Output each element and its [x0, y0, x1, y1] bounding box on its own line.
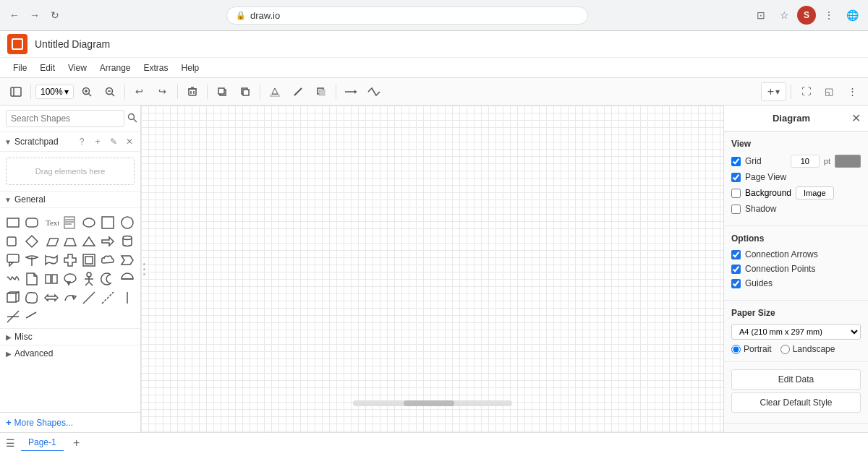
to-front-button[interactable]	[212, 82, 232, 101]
scratchpad-add-button[interactable]: +	[91, 135, 104, 148]
shape-square[interactable]	[99, 214, 116, 231]
shape-note[interactable]	[61, 214, 79, 231]
right-panel-close-button[interactable]: ✕	[851, 111, 861, 125]
shape-rounded-square[interactable]	[4, 233, 22, 250]
shape-actor[interactable]	[80, 270, 98, 288]
connection-arrows-checkbox[interactable]	[731, 250, 741, 259]
image-button[interactable]: Image	[796, 186, 834, 199]
general-header[interactable]: ▼ General	[0, 192, 140, 208]
clear-default-style-button[interactable]: Clear Default Style	[731, 392, 861, 413]
shape-line-45[interactable]	[80, 289, 98, 306]
shape-half-circle[interactable]	[119, 270, 136, 288]
portrait-radio[interactable]	[731, 345, 741, 354]
add-button[interactable]: + ▾	[761, 82, 786, 101]
landscape-radio[interactable]	[780, 345, 790, 354]
shape-horizontal-line[interactable]	[23, 308, 41, 325]
address-bar[interactable]: 🔒 draw.io	[226, 7, 588, 25]
search-button[interactable]	[127, 110, 137, 127]
add-page-button[interactable]: +	[69, 436, 84, 450]
cast-button[interactable]: ⊡	[751, 5, 771, 25]
shape-speech-bubble[interactable]	[61, 270, 79, 288]
shape-hbox[interactable]	[43, 270, 60, 288]
menu-file[interactable]: File	[7, 61, 33, 75]
canvas-area[interactable]	[141, 106, 723, 432]
delete-button[interactable]	[182, 82, 203, 101]
shape-right-arrow[interactable]	[99, 233, 116, 250]
shape-vertical-line[interactable]	[119, 289, 136, 306]
shape-triangle[interactable]	[80, 233, 98, 250]
shape-double-arrow[interactable]	[43, 289, 60, 306]
user-avatar[interactable]: S	[797, 6, 816, 25]
shape-parallelogram[interactable]	[43, 233, 60, 250]
shape-ellipse[interactable]	[80, 214, 98, 231]
shadow-button[interactable]	[311, 82, 331, 101]
misc-section-header[interactable]: ▶ Misc	[0, 328, 140, 345]
resize-handle[interactable]	[141, 106, 147, 432]
forward-button[interactable]: →	[26, 7, 43, 24]
back-button[interactable]: ←	[6, 7, 23, 24]
fullscreen-button[interactable]: ⛶	[796, 82, 816, 101]
shape-page[interactable]	[23, 270, 41, 288]
page-view-checkbox[interactable]	[731, 173, 741, 182]
panel-toggle-button[interactable]	[6, 82, 26, 101]
shape-cross[interactable]	[61, 252, 79, 269]
page-tab[interactable]: Page-1	[21, 434, 64, 452]
shape-diamond[interactable]	[23, 233, 41, 250]
grid-checkbox[interactable]	[731, 157, 741, 166]
shape-banner[interactable]	[23, 252, 41, 269]
reload-button[interactable]: ↻	[46, 7, 64, 24]
landscape-label[interactable]: Landscape	[780, 344, 835, 354]
scratchpad-header[interactable]: ▼ Scratchpad ? + ✎ ✕	[0, 132, 140, 152]
zoom-out-button[interactable]	[100, 82, 120, 101]
bookmark-button[interactable]: ☆	[774, 5, 794, 25]
h-scrollbar[interactable]	[353, 400, 512, 406]
shape-squiggle[interactable]	[4, 270, 22, 288]
shape-trapezoid[interactable]	[61, 233, 79, 250]
edit-data-button[interactable]: Edit Data	[731, 369, 861, 390]
redo-button[interactable]: ↪	[153, 82, 173, 101]
shape-rectangle[interactable]	[4, 214, 22, 231]
line-color-button[interactable]	[288, 82, 308, 101]
zoom-control[interactable]: 100% ▾	[35, 85, 74, 99]
zoom-in-button[interactable]	[77, 82, 97, 101]
shape-rect-3d[interactable]	[4, 289, 22, 306]
shape-diagonal-line[interactable]	[4, 308, 22, 325]
shape-chevron[interactable]	[119, 252, 136, 269]
shape-text[interactable]: Text	[43, 214, 60, 231]
collapse-button[interactable]: ◱	[819, 82, 839, 101]
undo-button[interactable]: ↩	[129, 82, 150, 101]
advanced-section-header[interactable]: ▶ Advanced	[0, 345, 140, 361]
shape-curved-arrow[interactable]	[61, 289, 79, 306]
menu-arrange[interactable]: Arrange	[94, 61, 137, 75]
shape-callout[interactable]	[4, 252, 22, 269]
shape-cloud[interactable]	[99, 252, 116, 269]
menu-dots-button[interactable]: ⋮	[819, 5, 839, 25]
menu-view[interactable]: View	[62, 61, 93, 75]
shape-crescent[interactable]	[99, 270, 116, 288]
connection-style-button[interactable]	[341, 82, 361, 101]
menu-edit[interactable]: Edit	[34, 61, 61, 75]
grid-color-swatch[interactable]	[835, 155, 861, 168]
connection-points-checkbox[interactable]	[731, 265, 741, 274]
menu-extras[interactable]: Extras	[138, 61, 174, 75]
scratchpad-close-button[interactable]: ✕	[123, 135, 136, 148]
shape-wave[interactable]	[43, 252, 60, 269]
shape-frame[interactable]	[80, 252, 98, 269]
shape-cylinder[interactable]	[119, 233, 136, 250]
shadow-checkbox[interactable]	[731, 205, 741, 214]
more-shapes-link[interactable]: More Shapes...	[14, 418, 73, 428]
shape-circle[interactable]	[119, 214, 136, 231]
background-checkbox[interactable]	[731, 189, 741, 198]
shape-rounded-rect[interactable]	[23, 214, 41, 231]
scratchpad-edit-button[interactable]: ✎	[107, 135, 120, 148]
bottom-menu-button[interactable]: ☰	[6, 437, 15, 449]
fill-color-button[interactable]	[265, 82, 285, 101]
portrait-label[interactable]: Portrait	[731, 344, 772, 354]
guides-checkbox[interactable]	[731, 279, 741, 288]
search-input[interactable]	[6, 110, 124, 127]
shape-irregular[interactable]	[23, 289, 41, 306]
grid-size-input[interactable]	[791, 155, 820, 168]
more-button[interactable]: ⋮	[842, 82, 862, 101]
paper-size-select[interactable]: A4 (210 mm x 297 mm) A3 (297 mm x 420 mm…	[731, 324, 861, 340]
waypoint-button[interactable]	[364, 82, 384, 101]
